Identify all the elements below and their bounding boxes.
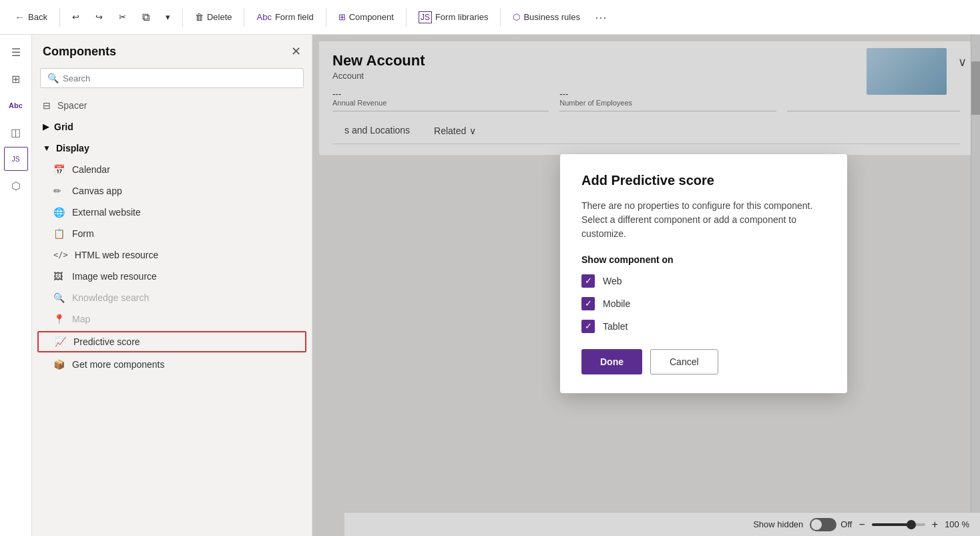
chevron-down-icon: ▼ [43, 144, 51, 153]
copy-button[interactable]: ⧉ [136, 7, 156, 27]
sidebar-item-spacer[interactable]: ⊟ Spacer [32, 95, 312, 116]
sidebar-section-display[interactable]: ▼ Display [32, 138, 312, 159]
divider-6 [500, 8, 501, 27]
sidebar-item-html-web-resource[interactable]: </> HTML web resource [32, 244, 312, 266]
sidebar-list: ⊟ Spacer ▶ Grid ▼ Display 📅 Calendar ✏ [32, 95, 312, 536]
business-rules-button[interactable]: ⬡ Business rules [506, 8, 587, 26]
undo-icon: ↩ [72, 12, 79, 22]
sidebar-item-external-website[interactable]: 🌐 External website [32, 202, 312, 223]
nav-text-field[interactable]: Abc [4, 93, 28, 117]
sidebar-item-grid[interactable]: ▶ Grid [32, 116, 312, 138]
delete-button[interactable]: 🗑 Delete [188, 8, 239, 26]
delete-icon: 🗑 [195, 12, 204, 22]
more-icon: ⋯ [595, 11, 607, 24]
external-website-icon: 🌐 [53, 207, 65, 218]
sidebar-item-form[interactable]: 📋 Form [32, 223, 312, 244]
divider-1 [59, 8, 60, 27]
checkbox-tablet[interactable]: ✓ [581, 320, 595, 333]
cut-icon: ✂ [119, 12, 126, 22]
modal-title: Add Predictive score [581, 173, 826, 188]
divider-3 [244, 8, 244, 27]
left-nav: ☰ ⊞ Abc ◫ JS ⬡ [0, 35, 32, 536]
knowledge-search-label: Knowledge search [72, 292, 149, 303]
cancel-button[interactable]: Cancel [650, 349, 718, 374]
image-icon: 🖼 [53, 271, 65, 282]
checkbox-tablet-label: Tablet [603, 321, 628, 332]
form-label: Form [72, 228, 94, 239]
form-field-icon: Abc [256, 12, 271, 22]
divider-5 [406, 8, 407, 27]
content-area: New Account Account ∨ --- Annual Revenue… [312, 35, 980, 536]
form-icon: 📋 [53, 228, 65, 239]
nav-layers[interactable]: ◫ [4, 120, 28, 144]
divider-4 [326, 8, 326, 27]
spacer-icon: ⊟ [43, 100, 51, 111]
sidebar-header: Components ✕ [32, 35, 312, 68]
map-icon: 📍 [53, 314, 65, 324]
component-icon: ⊞ [338, 12, 346, 22]
canvas-app-label: Canvas app [72, 186, 122, 196]
sidebar-item-get-more-components[interactable]: 📦 Get more components [32, 354, 312, 375]
form-libraries-button[interactable]: JS Form libraries [412, 7, 495, 27]
nav-connector[interactable]: ⬡ [4, 174, 28, 198]
sidebar-search-container: 🔍 [40, 68, 304, 88]
js-icon: JS [419, 11, 432, 23]
modal-buttons: Done Cancel [581, 349, 826, 374]
back-icon: ← [15, 11, 25, 23]
sidebar-item-canvas-app[interactable]: ✏ Canvas app [32, 180, 312, 202]
modal-add-predictive-score: Add Predictive score There are no proper… [560, 154, 847, 393]
done-button[interactable]: Done [581, 349, 642, 374]
checkbox-mobile-label: Mobile [603, 298, 630, 309]
checkbox-web[interactable]: ✓ [581, 274, 595, 288]
business-rules-icon: ⬡ [513, 12, 520, 22]
dropdown-button[interactable]: ▾ [159, 8, 177, 26]
divider-2 [182, 8, 183, 27]
form-field-button[interactable]: Abc Form field [250, 8, 320, 26]
spacer-label: Spacer [57, 100, 87, 111]
html-web-resource-label: HTML web resource [75, 250, 159, 260]
sidebar-item-predictive-score[interactable]: 📈 Predictive score [37, 331, 306, 352]
nav-hamburger[interactable]: ☰ [4, 40, 28, 64]
sidebar-close-button[interactable]: ✕ [291, 44, 301, 59]
checkbox-mobile[interactable]: ✓ [581, 297, 595, 310]
map-label: Map [72, 314, 90, 324]
external-website-label: External website [72, 207, 141, 218]
modal-description: There are no properties to configure for… [581, 199, 826, 241]
chevron-right-icon: ▶ [43, 122, 49, 131]
checkbox-row-mobile: ✓ Mobile [581, 297, 826, 310]
component-button[interactable]: ⊞ Component [332, 8, 401, 26]
checkbox-row-tablet: ✓ Tablet [581, 320, 826, 333]
predictive-score-label: Predictive score [73, 336, 140, 347]
image-web-resource-label: Image web resource [72, 271, 157, 282]
main-area: ☰ ⊞ Abc ◫ JS ⬡ Components ✕ 🔍 ⊟ Spacer ▶… [0, 35, 980, 536]
display-label: Display [56, 143, 89, 154]
calendar-label: Calendar [72, 164, 110, 175]
undo-button[interactable]: ↩ [65, 8, 86, 26]
sidebar-item-image-web-resource[interactable]: 🖼 Image web resource [32, 266, 312, 287]
nav-js[interactable]: JS [4, 147, 28, 171]
search-input[interactable] [63, 73, 296, 83]
checkbox-web-label: Web [603, 276, 622, 286]
search-icon: 🔍 [47, 73, 59, 83]
sidebar: Components ✕ 🔍 ⊟ Spacer ▶ Grid ▼ Display [32, 35, 312, 536]
redo-icon: ↪ [95, 12, 103, 22]
toolbar: ← Back ↩ ↪ ✂ ⧉ ▾ 🗑 Delete Abc Form field… [0, 0, 980, 35]
get-more-label: Get more components [72, 359, 165, 370]
grid-label: Grid [54, 121, 73, 132]
nav-grid[interactable]: ⊞ [4, 67, 28, 91]
chevron-down-icon: ▾ [166, 12, 170, 22]
calendar-icon: 📅 [53, 164, 65, 175]
cut-button[interactable]: ✂ [112, 8, 133, 26]
sidebar-item-knowledge-search[interactable]: 🔍 Knowledge search [32, 287, 312, 308]
redo-button[interactable]: ↪ [89, 8, 109, 26]
predictive-score-icon: 📈 [55, 336, 67, 347]
canvas-app-icon: ✏ [53, 186, 65, 196]
back-button[interactable]: ← Back [8, 7, 54, 27]
sidebar-title: Components [43, 45, 116, 59]
modal-show-component-title: Show component on [581, 254, 826, 265]
sidebar-item-calendar[interactable]: 📅 Calendar [32, 159, 312, 180]
checkbox-row-web: ✓ Web [581, 274, 826, 288]
knowledge-search-icon: 🔍 [53, 292, 65, 303]
more-button[interactable]: ⋯ [589, 6, 612, 29]
sidebar-item-map[interactable]: 📍 Map [32, 308, 312, 330]
